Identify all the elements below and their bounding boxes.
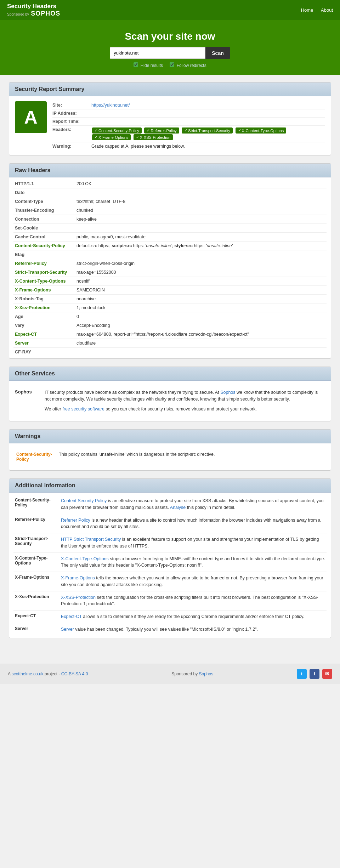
raw-header-value: [74, 224, 327, 233]
info-value: Referrer Policy is a new header that all…: [61, 517, 325, 531]
hide-results-checkbox[interactable]: [134, 62, 138, 67]
info-link[interactable]: Content Security Policy: [61, 498, 107, 503]
raw-header-key: HTTP/1.1: [13, 180, 74, 188]
raw-header-key: Expect-CT: [13, 330, 74, 339]
info-link[interactable]: Referrer Policy: [61, 518, 90, 523]
ip-label: IP Address:: [52, 111, 91, 116]
free-software-link[interactable]: free security software: [62, 407, 104, 412]
site-label: Site:: [52, 103, 91, 108]
twitter-button[interactable]: t: [297, 669, 307, 679]
info-key: Expect-CT: [15, 613, 61, 618]
nav-about[interactable]: About: [321, 7, 333, 13]
info-row: Expect-CTExpect-CT allows a site to dete…: [13, 611, 327, 623]
info-key: X-Frame-Options: [15, 575, 61, 580]
raw-header-value: nosniff: [74, 277, 327, 286]
raw-headers-title: Raw Headers: [15, 167, 325, 174]
info-link[interactable]: Expect-CT: [61, 614, 82, 619]
additional-card: Additional Information Content-Security-…: [9, 478, 331, 638]
badge-rp: Referrer-Policy: [144, 127, 179, 134]
info-key: X-Content-Type-Options: [15, 556, 61, 566]
headers-badges: Content-Security-Policy Referrer-Policy …: [91, 127, 325, 141]
sponsored-label: Sponsored by SOPHOS: [7, 10, 60, 17]
logo-area: Security Headers Sponsored by SOPHOS: [7, 3, 60, 17]
info-key: X-Xss-Protection: [15, 594, 61, 599]
raw-header-key: Strict-Transport-Security: [13, 268, 74, 277]
raw-header-key: CF-RAY: [13, 348, 74, 357]
raw-header-key: Etag: [13, 250, 74, 259]
site-link[interactable]: https://yukinote.net/: [91, 103, 130, 108]
footer-sponsor-link[interactable]: Sophos: [199, 671, 214, 676]
scan-options: Hide results Follow redirects: [7, 62, 333, 68]
main-content: Security Report Summary A Site: https://…: [0, 75, 340, 660]
raw-header-key: Vary: [13, 321, 74, 330]
warnings-header: Warnings: [9, 430, 331, 443]
badge-csp: Content-Security-Policy: [92, 127, 142, 134]
site-value: https://yukinote.net/: [91, 103, 325, 108]
raw-header-value: default-src https:; script-src https: 'u…: [74, 242, 327, 250]
info-link[interactable]: X-Frame-Options: [61, 575, 95, 580]
summary-headers-row: Headers: Content-Security-Policy Referre…: [52, 126, 325, 142]
info-link[interactable]: X-Content-Type-Options: [61, 556, 109, 561]
info-link2[interactable]: Analyse: [170, 505, 186, 510]
raw-header-key: Server: [13, 339, 74, 348]
raw-header-value: max-age=15552000: [74, 268, 327, 277]
raw-header-value: Accept-Encoding: [74, 321, 327, 330]
facebook-button[interactable]: f: [310, 669, 319, 679]
services-inner: Sophos IT security products have become …: [15, 386, 325, 416]
email-button[interactable]: ✉: [322, 669, 332, 679]
raw-header-key: Cache-Control: [13, 233, 74, 242]
sponsor-name: SOPHOS: [31, 10, 60, 17]
info-row: X-Frame-OptionsX-Frame-Options tells the…: [13, 572, 327, 591]
raw-header-value: noarchive: [74, 295, 327, 303]
info-key: Referrer-Policy: [15, 517, 61, 522]
scan-input[interactable]: [110, 47, 205, 59]
other-services-title: Other Services: [15, 370, 325, 377]
footer-license-link[interactable]: CC-BY-SA 4.0: [61, 671, 88, 676]
raw-header-key: X-Content-Type-Options: [13, 277, 74, 286]
sophos-link[interactable]: Sophos: [220, 390, 235, 395]
report-value: [91, 119, 325, 124]
footer-center: Sponsored by Sophos: [171, 671, 213, 676]
summary-grid: A Site: https://yukinote.net/ IP Address…: [15, 101, 325, 150]
info-row: Strict-Transport-SecurityHTTP Strict Tra…: [13, 533, 327, 553]
raw-header-value: text/html; charset=UTF-8: [74, 197, 327, 206]
warning-value: This policy contains 'unsafe-inline' whi…: [59, 452, 324, 457]
footer-project-link[interactable]: scotthelme.co.uk: [12, 671, 44, 676]
raw-header-key: Content-Security-Policy: [13, 242, 74, 250]
warning-label: Warning:: [52, 144, 91, 149]
raw-header-key: Content-Type: [13, 197, 74, 206]
raw-header-value: max-age=604800, report-uri="https://repo…: [74, 330, 327, 339]
info-value: Expect-CT allows a site to determine if …: [61, 613, 325, 620]
raw-header-value: cloudflare: [74, 339, 327, 348]
raw-header-key: Set-Cookie: [13, 224, 74, 233]
summary-card-body: A Site: https://yukinote.net/ IP Address…: [9, 96, 331, 155]
raw-header-value: SAMEORIGIN: [74, 286, 327, 295]
other-services-header: Other Services: [9, 367, 331, 381]
site-title: Security Headers: [7, 3, 60, 10]
scan-button[interactable]: Scan: [205, 47, 230, 59]
info-row: ServerServer value has been changed. Typ…: [13, 623, 327, 636]
raw-header-key: Date: [13, 188, 74, 197]
raw-header-value: 1; mode=block: [74, 303, 327, 312]
summary-card-header: Security Report Summary: [9, 83, 331, 96]
badge-sts: Strict-Transport-Security: [182, 127, 233, 134]
raw-header-key: X-Frame-Options: [13, 286, 74, 295]
footer-left: A scotthelme.co.uk project - CC-BY-SA 4.…: [8, 671, 88, 676]
info-row: X-Content-Type-OptionsX-Content-Type-Opt…: [13, 553, 327, 572]
info-link[interactable]: HTTP Strict Transport Security: [61, 537, 121, 542]
other-services-card: Other Services Sophos IT security produc…: [9, 367, 331, 421]
follow-redirects-checkbox[interactable]: [170, 62, 174, 67]
nav-home[interactable]: Home: [301, 7, 313, 13]
hide-results-option[interactable]: Hide results: [134, 63, 164, 68]
info-link[interactable]: Server: [61, 627, 74, 632]
summary-warning-row: Warning: Grade capped at A, please see w…: [52, 142, 325, 150]
raw-header-value: public, max-age=0, must-revalidate: [74, 233, 327, 242]
summary-details: Site: https://yukinote.net/ IP Address: …: [52, 101, 325, 150]
raw-header-value: [74, 348, 327, 357]
summary-card: Security Report Summary A Site: https://…: [9, 82, 331, 155]
hero-section: Scan your site now Scan Hide results Fol…: [0, 20, 340, 75]
info-link[interactable]: X-XSS-Protection: [61, 595, 96, 600]
follow-redirects-option[interactable]: Follow redirects: [170, 63, 206, 68]
info-value: HTTP Strict Transport Security is an exc…: [61, 536, 325, 550]
info-key: Content-Security-Policy: [15, 498, 61, 507]
